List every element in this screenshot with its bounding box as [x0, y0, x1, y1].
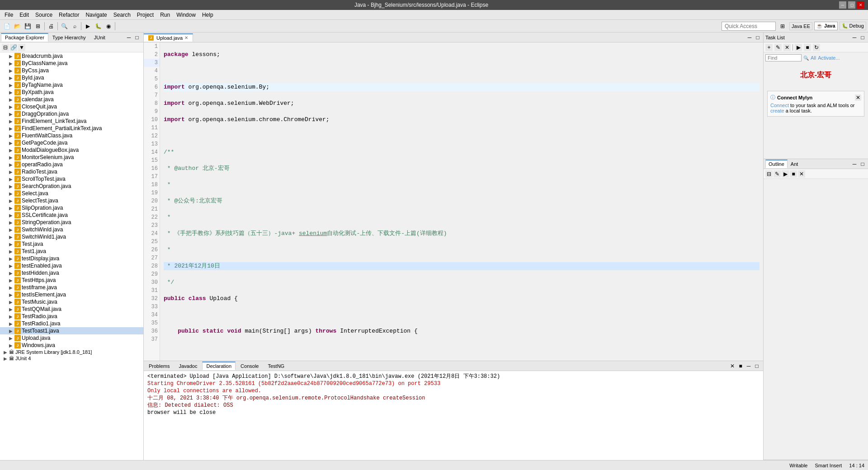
menu-file[interactable]: File — [2, 11, 16, 19]
quick-access-input[interactable] — [722, 22, 776, 31]
minimize-button[interactable]: ─ — [839, 1, 846, 9]
tree-item-scrolltop[interactable]: ▶ J ScrollTopTest.java — [0, 175, 143, 183]
tree-item-test1[interactable]: ▶ J Test1.java — [0, 248, 143, 255]
tree-item-byid[interactable]: ▶ J ById.java — [0, 74, 143, 81]
tab-upload-java[interactable]: J Upload.java ✕ — [144, 33, 193, 42]
maximize-editor-button[interactable]: □ — [754, 34, 761, 41]
menu-window[interactable]: Window — [174, 11, 198, 19]
tree-item-calendar[interactable]: ▶ J calendar.java — [0, 96, 143, 103]
tree-item-testhidden[interactable]: ▶ J testHidden.java — [0, 269, 143, 277]
tree-item-bytagname[interactable]: ▶ J ByTagName.java — [0, 81, 143, 89]
tab-declaration[interactable]: Declaration — [202, 362, 236, 370]
code-area[interactable]: 1 2 3 4 5 6 7 8 9 10 11 12 13 — [144, 42, 763, 361]
minimize-task-button[interactable]: ─ — [851, 34, 858, 41]
tree-item-modal[interactable]: ▶ J ModalDialogueBox.java — [0, 146, 143, 154]
outline-btn3[interactable]: ▶ — [782, 170, 789, 178]
menu-project[interactable]: Project — [134, 11, 156, 19]
new-button[interactable]: 📄 — [2, 21, 12, 31]
outline-btn4[interactable]: ■ — [790, 170, 797, 178]
tree-item-testradio1[interactable]: ▶ J TestRadio1.java — [0, 320, 143, 327]
find-input[interactable] — [765, 54, 802, 61]
stop-task-button[interactable]: ■ — [804, 44, 811, 51]
menu-help[interactable]: Help — [199, 11, 216, 19]
tab-ant[interactable]: Ant — [788, 160, 802, 168]
minimize-outline-button[interactable]: ─ — [851, 160, 858, 168]
debug-button[interactable]: 🐛 — [93, 21, 103, 31]
tree-item-byxpath[interactable]: ▶ J ByXpath.java — [0, 89, 143, 96]
tree-item-testqqmail[interactable]: ▶ J TestQQMail.java — [0, 306, 143, 313]
tree-item-byclassname[interactable]: ▶ J ByClassName.java — [0, 60, 143, 67]
code-content[interactable]: package lessons; import org.openqa.selen… — [160, 42, 763, 361]
coverage-button[interactable]: ◉ — [104, 21, 113, 31]
tree-item-testmusic[interactable]: ▶ J TestMusic.java — [0, 298, 143, 306]
tree-item-closequit[interactable]: ▶ J CloseQuit.java — [0, 103, 143, 110]
close-mylyn-button[interactable]: ✕ — [855, 94, 861, 101]
tab-problems[interactable]: Problems — [145, 362, 174, 370]
tree-item-testtoast1[interactable]: ▶ J TestToast1.java — [0, 327, 143, 334]
tab-console[interactable]: Console — [236, 362, 263, 370]
tree-item-testiselement[interactable]: ▶ J testIsElement.java — [0, 291, 143, 298]
tree-item-fluentwait[interactable]: ▶ J FluentWaitClass.java — [0, 132, 143, 139]
refresh-task-button[interactable]: ↻ — [813, 44, 820, 51]
delete-task-button[interactable]: ✕ — [783, 44, 791, 51]
tree-item-select[interactable]: ▶ J Select.java — [0, 190, 143, 197]
tree-item-dragg[interactable]: ▶ J DraggOpration.java — [0, 110, 143, 118]
tab-close-button[interactable]: ✕ — [184, 35, 188, 40]
tab-package-explorer[interactable]: Package Explorer — [1, 33, 48, 42]
restore-button[interactable]: ◻ — [848, 1, 855, 9]
tree-item-junit4[interactable]: ▶ 🏛 JUnit 4 — [0, 355, 143, 362]
tree-item-switchwinid[interactable]: ▶ J SwitchWinId.java — [0, 226, 143, 233]
minimize-left-button[interactable]: ─ — [125, 34, 132, 41]
tree-item-radiotest[interactable]: ▶ J RadioTest.java — [0, 168, 143, 175]
search2-button[interactable]: ⌕ — [70, 21, 80, 31]
maximize-outline-button[interactable]: □ — [859, 160, 866, 168]
terminate-button[interactable]: ■ — [737, 362, 744, 370]
outline-btn1[interactable]: ⊟ — [765, 170, 773, 178]
search-button[interactable]: 🔍 — [59, 21, 69, 31]
debug-perspective[interactable]: 🐛 Debug — [840, 22, 866, 30]
java-perspective[interactable]: ☕ Java — [814, 22, 838, 30]
tab-javadoc[interactable]: Javadoc — [175, 362, 201, 370]
view-menu-button[interactable]: ▼ — [18, 44, 25, 51]
clear-console-button[interactable]: ✕ — [729, 362, 736, 370]
minimize-bottom-button[interactable]: ─ — [745, 362, 752, 370]
tree-item-testenabled[interactable]: ▶ J testEnabled.java — [0, 262, 143, 269]
tree-item-selecttest[interactable]: ▶ J SelectTest.java — [0, 197, 143, 204]
edit-task-button[interactable]: ✎ — [774, 44, 782, 51]
java-ee-perspective[interactable]: Java EE — [789, 22, 812, 30]
menu-navigate[interactable]: Navigate — [83, 11, 109, 19]
menu-edit[interactable]: Edit — [17, 11, 32, 19]
new-task-button[interactable]: + — [765, 44, 773, 51]
tree-item-findelement-link[interactable]: ▶ J FindElement_LinkText.java — [0, 118, 143, 125]
menu-search[interactable]: Search — [111, 11, 133, 19]
tree-item-testiframe[interactable]: ▶ J testiframe.java — [0, 284, 143, 291]
tree-item-getpage[interactable]: ▶ J GetPageCode.java — [0, 139, 143, 146]
open-button[interactable]: 📂 — [12, 21, 22, 31]
run-last-button[interactable]: ▶ — [83, 21, 93, 31]
outline-btn5[interactable]: ✕ — [798, 170, 805, 178]
tree-item-search[interactable]: ▶ J SearchOpration.java — [0, 183, 143, 190]
tree-item-windows[interactable]: ▶ J Windows.java — [0, 342, 143, 349]
outline-btn2[interactable]: ✎ — [774, 170, 781, 178]
run-task-button[interactable]: ▶ — [795, 44, 802, 51]
tree-item-stringop[interactable]: ▶ J StringOperation.java — [0, 219, 143, 226]
all-link[interactable]: All — [811, 55, 816, 61]
tree-item-breadcrumb[interactable]: ▶ J Breadcrumb.java — [0, 52, 143, 60]
tree-item-slip[interactable]: ▶ J SlipOpration.java — [0, 204, 143, 212]
maximize-left-button[interactable]: □ — [133, 34, 141, 41]
collapse-all-button[interactable]: ⊟ — [2, 44, 9, 51]
maximize-bottom-button[interactable]: □ — [753, 362, 760, 370]
save-all-button[interactable]: ⊞ — [33, 21, 43, 31]
tree-item-testhttps[interactable]: ▶ J TestHttps.java — [0, 277, 143, 284]
open-perspective-button[interactable]: ⊞ — [778, 21, 788, 31]
save-button[interactable]: 💾 — [23, 21, 33, 31]
tree-item-ssl[interactable]: ▶ J SSLCertificate.java — [0, 212, 143, 219]
connect-link[interactable]: Connect — [770, 103, 789, 108]
tree-item-bycss[interactable]: ▶ J ByCss.java — [0, 67, 143, 74]
menu-refactor[interactable]: Refactor — [56, 11, 82, 19]
tree-item-testradio[interactable]: ▶ J TestRadio.java — [0, 313, 143, 320]
tree-item-test[interactable]: ▶ J Test.java — [0, 240, 143, 248]
tab-outline[interactable]: Outline — [765, 160, 788, 168]
menu-source[interactable]: Source — [33, 11, 55, 19]
tree-item-findelement-partial[interactable]: ▶ J FindElement_PartialLinkText.java — [0, 125, 143, 132]
